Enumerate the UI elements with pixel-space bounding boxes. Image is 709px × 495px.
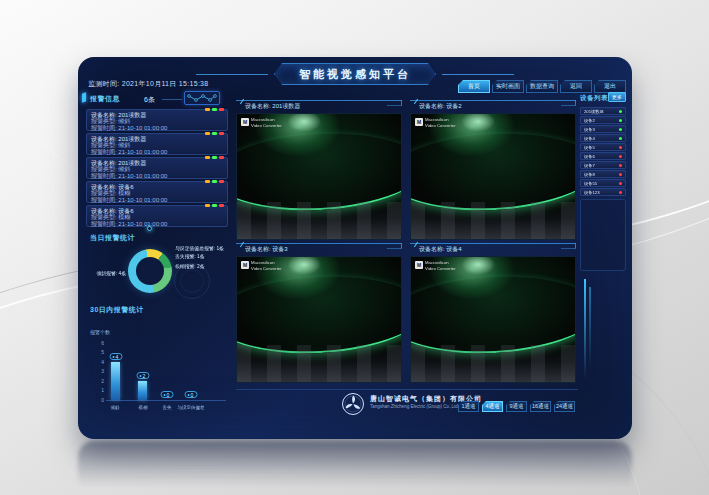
bubble-dot-icon <box>113 356 115 358</box>
slash-icon <box>240 99 244 104</box>
nav-button-live-view[interactable]: 实时画面 <box>492 80 524 93</box>
video-watermark: M MacrosiliconVideo Converter <box>415 261 461 272</box>
nav-button-back[interactable]: 返回 <box>560 80 592 93</box>
channel-button-1[interactable]: 1通道 <box>458 401 479 412</box>
bar-value-bubble: 4 <box>109 353 122 360</box>
device-row[interactable]: 设备55 <box>580 179 626 187</box>
dashboard-panel: 监测时间: 2021年10月11日 15:15:38 智能视觉感知平台 首页 实… <box>78 57 632 439</box>
device-status-dot <box>619 182 622 185</box>
feed-header: 设备名称: 设备2 <box>410 100 576 112</box>
status-dot-alarm <box>219 204 224 207</box>
bar-value: 2 <box>143 373 146 379</box>
y-tick: 4 <box>90 359 104 365</box>
video-feed-3[interactable]: M MacrosiliconVideo Converter <box>236 256 402 383</box>
status-dot-warning <box>205 108 210 111</box>
device-status-dot <box>619 119 622 122</box>
status-dot-ok <box>212 108 217 111</box>
footer-divider <box>236 389 578 390</box>
device-name: 设备55 <box>584 180 597 185</box>
title-wing-line <box>196 74 268 75</box>
device-row[interactable]: 设备6 <box>580 152 626 160</box>
x-axis <box>106 400 226 401</box>
alarm-list-item[interactable]: 设备名称: 设备6 报警类型: 模糊 报警时间: 21-10-10 01:00:… <box>86 181 228 203</box>
bar-chart-ylabel: 报警个数 <box>90 329 110 335</box>
device-name: 201读数器 <box>584 108 604 113</box>
bar-value-bubble: 2 <box>136 372 149 379</box>
y-tick: 2 <box>90 378 104 384</box>
y-tick: 6 <box>90 340 104 346</box>
device-name: 设备123 <box>584 189 600 194</box>
alarm-list-item[interactable]: 设备名称: 201读数器 报警类型: 倾斜 报警时间: 21-10-10 01:… <box>86 109 228 131</box>
watermark-line2: Video Converter <box>251 123 282 128</box>
slash-icon <box>240 242 244 247</box>
channel-button-9[interactable]: 9通道 <box>506 401 527 412</box>
device-row[interactable]: 设备2 <box>580 116 626 124</box>
today-stats-title: 当日报警统计 <box>90 233 135 243</box>
status-dot-ok <box>212 180 217 183</box>
device-name: 设备6 <box>584 153 595 158</box>
y-tick: 3 <box>90 368 104 374</box>
bar-rect <box>138 381 147 400</box>
nav-button-data-query[interactable]: 数据查询 <box>526 80 558 93</box>
bar-value: 0 <box>191 392 194 398</box>
device-row[interactable]: 设备3 <box>580 125 626 133</box>
device-list-more-button[interactable]: 更多 <box>608 92 626 102</box>
device-row[interactable]: 设备7 <box>580 161 626 169</box>
device-status-dot <box>619 191 622 194</box>
company-name-en: Tangshan Zhicheng Electric (Group) Co.,L… <box>370 404 459 409</box>
video-watermark: M MacrosiliconVideo Converter <box>241 261 287 272</box>
video-watermark: M MacrosiliconVideo Converter <box>241 118 287 129</box>
y-tick: 1 <box>90 387 104 393</box>
status-dot-alarm <box>219 180 224 183</box>
device-row[interactable]: 设备8 <box>580 170 626 178</box>
bar-rect <box>111 362 120 400</box>
title-wing-line <box>442 74 514 75</box>
device-panel-extra <box>580 199 626 271</box>
channel-button-4[interactable]: 4通道 <box>482 401 503 412</box>
alarm-time: 报警时间: 21-10-10 01:00:00 <box>91 197 223 203</box>
device-row[interactable]: 设备5 <box>580 143 626 151</box>
device-row[interactable]: 设备4 <box>580 134 626 142</box>
device-row[interactable]: 201读数器 <box>580 107 626 115</box>
status-dot-warning <box>205 204 210 207</box>
video-feed-1[interactable]: M MacrosiliconVideo Converter <box>236 113 402 240</box>
device-name: 设备8 <box>584 171 595 176</box>
y-tick: 0 <box>90 397 104 403</box>
alarm-list-item[interactable]: 设备名称: 设备6 报警类型: 模糊 报警时间: 21-10-10 01:00:… <box>86 205 228 227</box>
channel-button-24[interactable]: 24通道 <box>554 401 575 412</box>
video-machinery-silhouette <box>237 202 401 240</box>
device-name: 设备5 <box>584 144 595 149</box>
device-row[interactable]: 设备123 <box>580 188 626 196</box>
status-dot-alarm <box>219 132 224 135</box>
y-tick: 5 <box>90 349 104 355</box>
nav-button-home[interactable]: 首页 <box>458 80 490 93</box>
status-dot-warning <box>205 180 210 183</box>
alarm-list-item[interactable]: 设备名称: 201读数器 报警类型: 倾斜 报警时间: 21-10-10 01:… <box>86 133 228 155</box>
donut-label: 倾斜报警: 4条 <box>86 271 126 277</box>
device-status-dot <box>619 110 622 113</box>
device-status-dot <box>619 128 622 131</box>
video-feed-2[interactable]: M MacrosiliconVideo Converter <box>410 113 576 240</box>
video-machinery-silhouette <box>237 345 401 383</box>
donut-label: 模糊报警: 2条 <box>175 264 205 270</box>
feed-header: 设备名称: 设备4 <box>410 243 576 255</box>
bar-value-bubble: 0 <box>160 391 173 398</box>
decorative-vertical-line <box>584 279 586 379</box>
video-machinery-silhouette <box>411 202 575 240</box>
video-feed-4[interactable]: M MacrosiliconVideo Converter <box>410 256 576 383</box>
alarm-time: 报警时间: 21-10-10 01:00:00 <box>91 149 223 155</box>
channel-button-16[interactable]: 16通道 <box>530 401 551 412</box>
monitor-time: 监测时间: 2021年10月11日 15:15:38 <box>88 79 209 89</box>
status-dot-alarm <box>219 108 224 111</box>
topology-icon[interactable] <box>184 91 220 105</box>
list-scroll-indicator[interactable] <box>147 226 152 231</box>
device-status-dot <box>619 173 622 176</box>
status-dot-ok <box>212 156 217 159</box>
watermark-icon: M <box>415 118 423 126</box>
feed-label: 设备名称: 设备2 <box>419 102 462 111</box>
feed-header: 设备名称: 201读数器 <box>236 100 402 112</box>
slash-icon <box>414 99 418 104</box>
alarm-list-item[interactable]: 设备名称: 201读数器 报警类型: 倾斜 报警时间: 21-10-10 01:… <box>86 157 228 179</box>
video-watermark: M MacrosiliconVideo Converter <box>415 118 461 129</box>
watermark-line2: Video Converter <box>251 266 282 271</box>
